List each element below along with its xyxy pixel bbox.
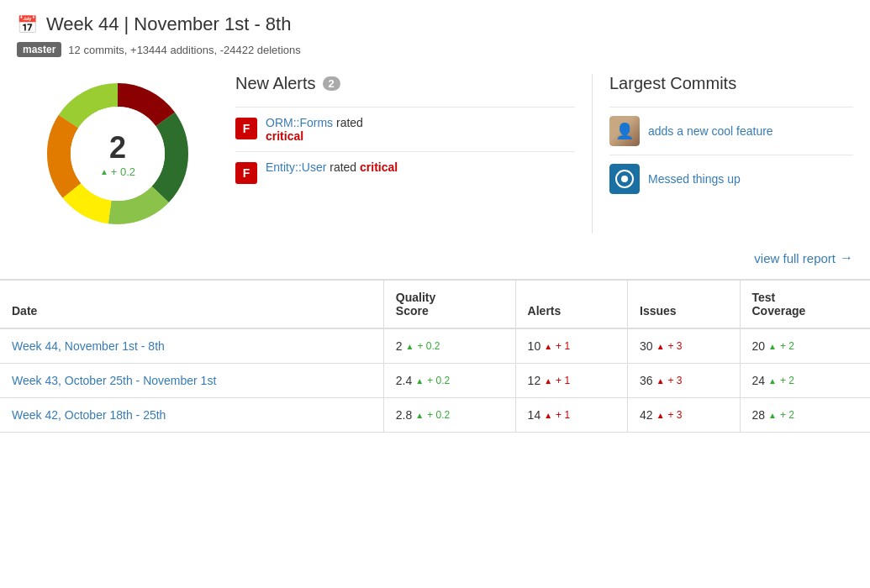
table-header-row: Date QualityScore Alerts Issues TestCove… [0,281,870,328]
cell-issues-0: 30 ▲ + 3 [628,328,740,364]
top-panels: 2 ▲ + 0.2 New Alerts 2 F ORM::Forms rate… [0,66,870,250]
cell-date-1: Week 43, October 25th - November 1st [0,364,383,398]
score-value-1: 2.4 [396,374,412,387]
table-row: Week 42, October 18th - 25th 2.8 ▲ + 0.2… [0,398,870,433]
cell-coverage-1: 24 ▲ + 2 [740,364,870,398]
data-table: Date QualityScore Alerts Issues TestCove… [0,281,870,433]
score-delta-1: + 0.2 [427,375,450,386]
alerts-arrow-1: ▲ [544,376,552,386]
score-arrow-0: ▲ [406,342,414,351]
coverage-value-1: 24 [752,374,766,387]
cell-score-0: 2 ▲ + 0.2 [383,328,515,364]
coverage-arrow-0: ▲ [768,342,777,351]
donut-score: 2 [100,130,135,165]
alert-text-2: Entity::User rated critical [266,160,398,174]
alert-grade-1: F [235,118,257,139]
score-delta-0: + 0.2 [418,340,440,352]
page-title: 📅 Week 44 | November 1st - 8th [17,13,853,35]
col-alerts: Alerts [515,281,627,328]
donut-wrapper: 2 ▲ + 0.2 [38,74,198,234]
alerts-value-1: 12 [528,374,541,387]
commit-avatar-1: 👤 [609,116,640,146]
branch-badge: master [17,42,61,57]
calendar-icon: 📅 [17,14,38,34]
donut-container: 2 ▲ + 0.2 [17,74,219,234]
commits-panel: Largest Commits 👤 adds a new cool featur… [593,74,853,234]
alert-link-1[interactable]: ORM::Forms [266,116,333,129]
coverage-arrow-2: ▲ [768,411,777,420]
commits-header: Largest Commits [609,74,853,93]
date-link-0[interactable]: Week 44, November 1st - 8th [12,339,165,353]
date-link-1[interactable]: Week 43, October 25th - November 1st [12,374,216,387]
alert-item-1: F ORM::Forms rated critical [235,107,575,151]
cell-alerts-1: 12 ▲ + 1 [515,364,627,398]
alerts-delta-2: + 1 [556,409,570,421]
cell-date-0: Week 44, November 1st - 8th [0,328,383,364]
cell-date-2: Week 42, October 18th - 25th [0,398,383,433]
alert-link-2[interactable]: Entity::User [266,160,326,174]
cell-coverage-0: 20 ▲ + 2 [740,328,870,364]
col-quality-score: QualityScore [383,281,515,328]
coverage-value-2: 28 [752,408,766,422]
cell-score-1: 2.4 ▲ + 0.2 [383,364,515,398]
alerts-arrow-0: ▲ [544,342,552,351]
cell-alerts-2: 14 ▲ + 1 [515,398,627,433]
donut-delta: ▲ + 0.2 [100,165,135,178]
alerts-delta-1: + 1 [556,375,570,386]
cell-coverage-2: 28 ▲ + 2 [740,398,870,433]
view-report-text: view full report [754,251,836,265]
issues-delta-0: + 3 [668,340,683,352]
arrow-right-icon: → [840,250,853,265]
commit-link-2[interactable]: Messed things up [648,172,741,186]
delta-value: + 0.2 [111,165,135,178]
alert-grade-2: F [235,162,257,184]
coverage-delta-0: + 2 [780,340,794,352]
meta-row: master 12 commits, +13444 additions, -24… [17,42,853,57]
score-value-0: 2 [396,339,403,353]
issues-delta-1: + 3 [668,375,683,386]
date-link-2[interactable]: Week 42, October 18th - 25th [12,408,166,422]
table-row: Week 43, October 25th - November 1st 2.4… [0,364,870,398]
commit-avatar-2 [609,164,640,194]
week-title: Week 44 | November 1st - 8th [46,13,291,35]
delta-arrow: ▲ [100,167,108,176]
commit-item-2: Messed things up [609,155,853,202]
issues-value-1: 36 [640,374,653,387]
alerts-value-2: 14 [528,408,541,422]
issues-value-2: 42 [640,408,653,422]
alert-count-badge: 2 [323,76,340,91]
alert-severity-2: critical [360,160,398,174]
score-arrow-2: ▲ [415,411,424,420]
cell-issues-2: 42 ▲ + 3 [628,398,740,433]
col-date: Date [0,281,383,328]
alert-text-1: ORM::Forms rated critical [266,116,363,143]
issues-value-0: 30 [640,339,653,353]
alerts-value-0: 10 [528,339,541,353]
alert-severity-1: critical [266,129,303,143]
commit-meta: 12 commits, +13444 additions, -24422 del… [68,44,300,56]
commit-link-1[interactable]: adds a new cool feature [648,124,773,138]
score-delta-2: + 0.2 [427,409,450,421]
alerts-panel: New Alerts 2 F ORM::Forms rated critical… [219,74,593,234]
issues-delta-2: + 3 [668,409,683,421]
header-section: 📅 Week 44 | November 1st - 8th master 12… [0,0,870,66]
issues-arrow-2: ▲ [656,411,665,420]
coverage-value-0: 20 [752,339,766,353]
cell-alerts-0: 10 ▲ + 1 [515,328,627,364]
coverage-delta-1: + 2 [780,375,794,386]
alert-item-2: F Entity::User rated critical [235,151,575,192]
alerts-delta-0: + 1 [556,340,570,352]
issues-arrow-1: ▲ [656,376,665,386]
svg-point-9 [621,176,628,182]
alerts-title: New Alerts [235,74,316,93]
donut-center: 2 ▲ + 0.2 [100,130,135,178]
alerts-header: New Alerts 2 [235,74,575,93]
cell-score-2: 2.8 ▲ + 0.2 [383,398,515,433]
coverage-delta-2: + 2 [780,409,794,421]
col-test-coverage: TestCoverage [740,281,870,328]
view-full-report-link[interactable]: view full report → [754,250,853,265]
table-row: Week 44, November 1st - 8th 2 ▲ + 0.2 10… [0,328,870,364]
score-value-2: 2.8 [396,408,412,422]
view-report-row: view full report → [0,250,870,279]
avatar-icon-2 [609,164,640,194]
